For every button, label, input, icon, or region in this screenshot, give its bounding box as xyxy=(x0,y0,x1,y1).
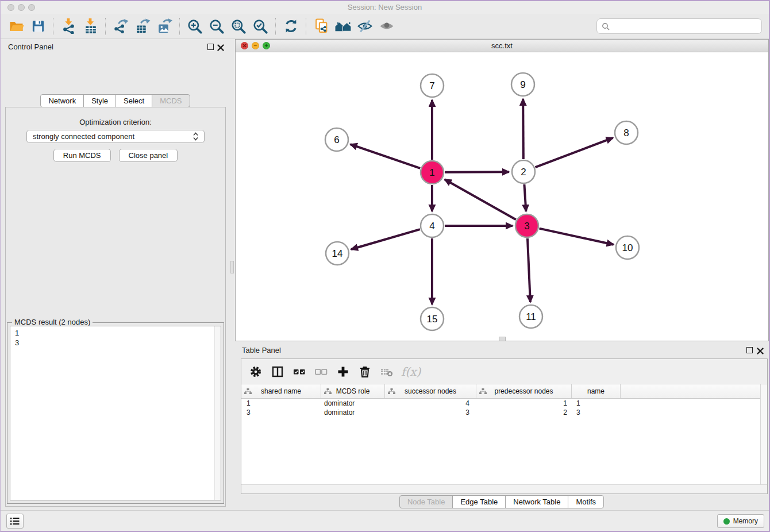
houses-icon[interactable] xyxy=(332,16,354,37)
tab-motifs[interactable]: Motifs xyxy=(568,495,604,508)
network-canvas[interactable]: 7968124314101511 xyxy=(236,52,768,341)
network-window-titlebar[interactable]: ✕ − + scc.txt xyxy=(236,40,768,52)
graph-edge[interactable] xyxy=(351,144,421,168)
optimization-criterion-select[interactable]: strongly connected component xyxy=(26,130,205,143)
zoom-in-icon[interactable] xyxy=(184,16,206,37)
table-cell: 3 xyxy=(572,408,621,417)
graph-node[interactable]: 3 xyxy=(515,214,538,237)
table-horizontal-scrollbar[interactable] xyxy=(241,484,767,494)
node-table-container: f(x) shared name MCDS role successor nod… xyxy=(241,358,768,494)
graph-node[interactable]: 2 xyxy=(512,160,535,183)
deselect-checks-icon[interactable] xyxy=(311,362,331,381)
float-table-panel-icon[interactable] xyxy=(746,347,753,353)
add-column-icon[interactable] xyxy=(333,362,353,381)
mcds-result-box[interactable]: 1 3 xyxy=(10,326,221,500)
trash-icon[interactable] xyxy=(355,362,375,381)
column-header-predecessor-nodes[interactable]: predecessor nodes xyxy=(476,384,572,398)
result-scrollbar[interactable] xyxy=(214,326,221,500)
copy-share-icon[interactable] xyxy=(310,16,332,37)
graph-edge[interactable] xyxy=(536,138,613,167)
column-header-shared-name[interactable]: shared name xyxy=(241,384,321,398)
graph-node[interactable]: 15 xyxy=(421,307,444,330)
close-table-panel-icon[interactable] xyxy=(757,346,764,357)
graph-edge[interactable] xyxy=(523,99,523,159)
search-input[interactable] xyxy=(613,22,757,30)
table-row[interactable]: 3dominator323 xyxy=(241,408,760,417)
app-title: Session: New Session xyxy=(1,3,769,11)
tab-edge-table[interactable]: Edge Table xyxy=(452,495,506,508)
graph-node[interactable]: 1 xyxy=(421,161,444,184)
list-icon xyxy=(10,516,20,526)
horizontal-splitter[interactable] xyxy=(499,337,506,341)
task-history-button[interactable] xyxy=(6,514,24,529)
graph-node[interactable]: 11 xyxy=(519,305,542,328)
zoom-fit-icon[interactable] xyxy=(228,16,249,37)
eye-slash-icon[interactable] xyxy=(354,16,376,37)
graph-edge[interactable] xyxy=(445,172,509,172)
float-panel-icon[interactable] xyxy=(207,44,214,50)
result-line: 1 xyxy=(15,328,216,338)
zoom-out-icon[interactable] xyxy=(206,16,228,37)
save-icon[interactable] xyxy=(27,16,49,37)
search-icon xyxy=(602,22,610,30)
tab-style[interactable]: Style xyxy=(83,94,116,107)
zoom-selected-icon[interactable] xyxy=(249,16,271,37)
select-all-checks-icon[interactable] xyxy=(290,362,309,381)
graph-node[interactable]: 7 xyxy=(421,74,444,97)
table-panel-title: Table Panel xyxy=(242,346,281,354)
import-table-icon[interactable] xyxy=(79,16,101,37)
graph-edge[interactable] xyxy=(539,229,613,245)
column-header-mcds-role[interactable]: MCDS role xyxy=(321,384,385,398)
vertical-splitter[interactable] xyxy=(230,261,234,273)
graph-node-label: 7 xyxy=(429,80,434,91)
tab-network[interactable]: Network xyxy=(40,94,84,107)
table-panel-header: Table Panel xyxy=(235,344,769,360)
memory-status-icon xyxy=(723,518,730,525)
export-network-icon[interactable] xyxy=(110,16,132,37)
search-box[interactable] xyxy=(596,18,762,34)
table-row[interactable]: 1dominator411 xyxy=(241,399,760,408)
graph-node-label: 4 xyxy=(429,221,434,232)
tab-select[interactable]: Select xyxy=(116,94,152,107)
graph-edge[interactable] xyxy=(524,184,526,211)
column-header-successor-nodes[interactable]: successor nodes xyxy=(385,384,476,398)
graph-edge[interactable] xyxy=(528,238,530,302)
graph-node[interactable]: 14 xyxy=(326,242,349,265)
table-vertical-scrollbar[interactable] xyxy=(760,384,767,484)
tab-network-table[interactable]: Network Table xyxy=(505,495,568,508)
graph-node[interactable]: 6 xyxy=(325,128,348,151)
graph-node-label: 10 xyxy=(622,242,633,253)
graph-node[interactable]: 10 xyxy=(616,236,639,259)
column-header-name[interactable]: name xyxy=(572,384,621,398)
graph-node[interactable]: 8 xyxy=(615,121,638,144)
export-image-icon[interactable] xyxy=(153,16,175,37)
eye-icon[interactable] xyxy=(376,16,398,37)
open-folder-icon[interactable] xyxy=(5,16,27,37)
network-title: scc.txt xyxy=(236,41,768,50)
close-panel-button[interactable]: Close panel xyxy=(119,149,178,162)
hierarchy-icon xyxy=(479,388,487,395)
graph-edge[interactable] xyxy=(351,229,420,249)
graph-node-label: 8 xyxy=(623,128,629,138)
delete-table-icon[interactable] xyxy=(377,362,396,381)
mcds-tab-panel: Optimization criterion: strongly connect… xyxy=(5,107,226,507)
gear-icon[interactable] xyxy=(246,362,265,381)
close-panel-icon[interactable] xyxy=(217,43,224,53)
mcds-result-fieldset: MCDS result (2 nodes) 1 3 xyxy=(7,322,224,504)
run-mcds-button[interactable]: Run MCDS xyxy=(53,149,111,162)
export-table-icon[interactable] xyxy=(132,16,153,37)
mcds-result-title: MCDS result (2 nodes) xyxy=(12,318,93,326)
graph-node[interactable]: 9 xyxy=(511,73,534,96)
function-builder-icon[interactable]: f(x) xyxy=(401,365,421,379)
tab-node-table[interactable]: Node Table xyxy=(399,495,453,508)
graph-node[interactable]: 4 xyxy=(421,214,444,237)
table-cell xyxy=(621,399,760,408)
table-panel: Table Panel xyxy=(235,344,769,510)
graph-node-label: 11 xyxy=(526,311,536,322)
column-view-icon[interactable] xyxy=(268,362,287,381)
graph-edge[interactable] xyxy=(445,179,516,219)
tab-mcds[interactable]: MCDS xyxy=(152,94,190,107)
refresh-icon[interactable] xyxy=(280,16,302,37)
memory-button[interactable]: Memory xyxy=(717,514,764,528)
import-network-icon[interactable] xyxy=(57,16,79,37)
